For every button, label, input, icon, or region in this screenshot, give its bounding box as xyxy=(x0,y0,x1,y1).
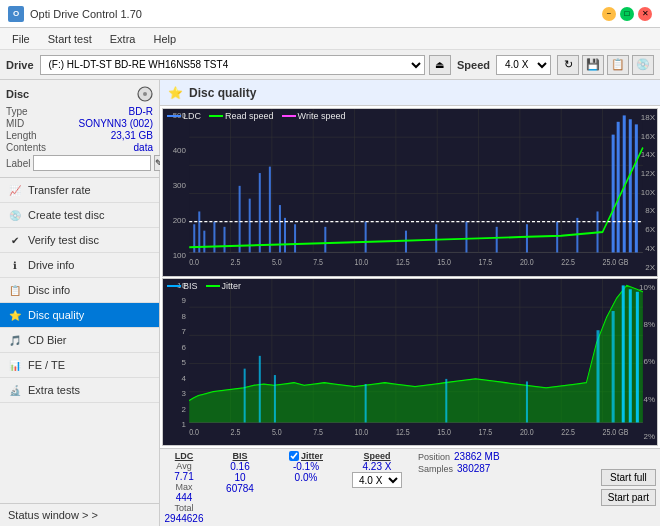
svg-rect-41 xyxy=(617,122,620,253)
avg-bis-value: 0.16 xyxy=(230,461,249,472)
menu-extra[interactable]: Extra xyxy=(102,31,144,47)
save-icon[interactable]: 💾 xyxy=(582,55,604,75)
svg-text:12.5: 12.5 xyxy=(396,427,410,437)
svg-rect-20 xyxy=(203,231,205,253)
sidebar-item-verify-test-disc[interactable]: ✔ Verify test disc xyxy=(0,228,159,253)
stats-bar: LDC Avg 7.71 Max 444 Total 2944626 BIS 0… xyxy=(160,448,660,526)
svg-text:22.5: 22.5 xyxy=(561,427,575,437)
close-button[interactable]: ✕ xyxy=(638,7,652,21)
svg-rect-77 xyxy=(445,378,447,422)
sidebar-item-create-test-disc[interactable]: 💿 Create test disc xyxy=(0,203,159,228)
copy-icon[interactable]: 📋 xyxy=(607,55,629,75)
app-logo: O xyxy=(8,6,24,22)
chart1-y-left: 500 400 300 200 100 xyxy=(164,109,186,262)
speed-dropdown[interactable]: 4.0 X xyxy=(352,472,402,488)
refresh-icon[interactable]: ↻ xyxy=(557,55,579,75)
sidebar-item-label-fe-te: FE / TE xyxy=(28,359,65,371)
eject-button[interactable]: ⏏ xyxy=(429,55,451,75)
max-jitter-value: 0.0% xyxy=(295,472,318,483)
legend-read-speed-color xyxy=(209,115,223,117)
svg-text:17.5: 17.5 xyxy=(479,257,493,267)
svg-rect-82 xyxy=(629,289,632,422)
disc-contents-value: data xyxy=(134,142,153,153)
svg-point-1 xyxy=(143,92,147,96)
svg-text:15.0: 15.0 xyxy=(437,427,451,437)
sidebar-item-label-transfer-rate: Transfer rate xyxy=(28,184,91,196)
svg-rect-23 xyxy=(239,186,241,253)
position-label: Position xyxy=(418,452,450,462)
drive-select[interactable]: (F:) HL-DT-ST BD-RE WH16NS58 TST4 xyxy=(40,55,425,75)
chart1-container: LDC Read speed Write speed 500 400 30 xyxy=(162,108,658,277)
menu-file[interactable]: File xyxy=(4,31,38,47)
position-value: 23862 MB xyxy=(454,451,500,462)
svg-rect-34 xyxy=(465,222,467,253)
start-part-button[interactable]: Start part xyxy=(601,489,656,506)
svg-text:0.0: 0.0 xyxy=(189,257,199,267)
speed-label: Speed xyxy=(457,59,490,71)
sidebar-item-drive-info[interactable]: ℹ Drive info xyxy=(0,253,159,278)
svg-rect-81 xyxy=(622,285,625,422)
svg-text:5.0: 5.0 xyxy=(272,257,282,267)
window-controls: − □ ✕ xyxy=(602,7,652,21)
svg-text:17.5: 17.5 xyxy=(479,427,493,437)
menu-start-test[interactable]: Start test xyxy=(40,31,100,47)
disc-label-input[interactable] xyxy=(33,155,151,171)
svg-text:7.5: 7.5 xyxy=(313,427,323,437)
jitter-header: Jitter xyxy=(301,451,323,461)
chart2-y-right: 10% 8% 6% 4% 2% xyxy=(639,279,655,446)
svg-rect-29 xyxy=(294,224,296,252)
sidebar-item-disc-quality[interactable]: ⭐ Disc quality xyxy=(0,303,159,328)
chart2-svg: 0.0 2.5 5.0 7.5 10.0 12.5 15.0 17.5 20.0… xyxy=(163,279,657,446)
disc-mid-value: SONYNN3 (002) xyxy=(79,118,153,129)
svg-rect-79 xyxy=(597,330,600,422)
minimize-button[interactable]: − xyxy=(602,7,616,21)
disc-icon[interactable]: 💿 xyxy=(632,55,654,75)
sidebar-item-disc-info[interactable]: 📋 Disc info xyxy=(0,278,159,303)
sidebar-item-cd-bier[interactable]: 🎵 CD Bier xyxy=(0,328,159,353)
svg-rect-31 xyxy=(365,222,367,253)
svg-rect-37 xyxy=(556,222,558,253)
speed-select[interactable]: 4.0 X 1.0 X 2.0 X 6.0 X 8.0 X xyxy=(496,55,551,75)
svg-rect-80 xyxy=(612,311,615,422)
nav-items: 📈 Transfer rate 💿 Create test disc ✔ Ver… xyxy=(0,178,159,503)
legend-ldc-label: LDC xyxy=(183,111,201,121)
maximize-button[interactable]: □ xyxy=(620,7,634,21)
sidebar-item-label-extra-tests: Extra tests xyxy=(28,384,80,396)
legend-write-speed: Write speed xyxy=(282,111,346,121)
sidebar-item-fe-te[interactable]: 📊 FE / TE xyxy=(0,353,159,378)
sidebar-item-transfer-rate[interactable]: 📈 Transfer rate xyxy=(0,178,159,203)
svg-rect-44 xyxy=(635,124,638,252)
content-header: ⭐ Disc quality xyxy=(160,80,660,106)
legend-jitter-label: Jitter xyxy=(222,281,242,291)
legend-jitter: Jitter xyxy=(206,281,242,291)
disc-length-value: 23,31 GB xyxy=(111,130,153,141)
svg-rect-18 xyxy=(193,224,195,252)
jitter-checkbox[interactable] xyxy=(289,451,299,461)
total-ldc-value: 2944626 xyxy=(165,513,204,524)
svg-text:10.0: 10.0 xyxy=(355,427,369,437)
speed-value: 4.23 X xyxy=(363,461,392,472)
main-layout: Disc Type BD-R MID SONYNN3 (002) Length … xyxy=(0,80,660,526)
disc-mid-field: MID SONYNN3 (002) xyxy=(6,118,153,129)
total-bis-value: 60784 xyxy=(226,483,254,494)
avg-ldc-value: 7.71 xyxy=(174,471,193,482)
status-window-button[interactable]: Status window > > xyxy=(0,503,159,526)
svg-text:25.0 GB: 25.0 GB xyxy=(603,257,629,267)
cd-bier-icon: 🎵 xyxy=(8,333,22,347)
svg-text:22.5: 22.5 xyxy=(561,257,575,267)
app-title: Opti Drive Control 1.70 xyxy=(30,8,142,20)
start-full-button[interactable]: Start full xyxy=(601,469,656,486)
sidebar-item-extra-tests[interactable]: 🔬 Extra tests xyxy=(0,378,159,403)
disc-type-field: Type BD-R xyxy=(6,106,153,117)
svg-rect-76 xyxy=(365,384,367,422)
content-header-icon: ⭐ xyxy=(168,86,183,100)
charts-area: LDC Read speed Write speed 500 400 30 xyxy=(160,106,660,448)
svg-rect-36 xyxy=(526,224,528,252)
legend-write-speed-color xyxy=(282,115,296,117)
chart1-y-right: 18X 16X 14X 12X 10X 8X 6X 4X 2X xyxy=(641,109,655,276)
svg-text:7.5: 7.5 xyxy=(313,257,323,267)
legend-jitter-color xyxy=(206,285,220,287)
sidebar: Disc Type BD-R MID SONYNN3 (002) Length … xyxy=(0,80,160,526)
sidebar-item-label-drive-info: Drive info xyxy=(28,259,74,271)
menu-help[interactable]: Help xyxy=(145,31,184,47)
